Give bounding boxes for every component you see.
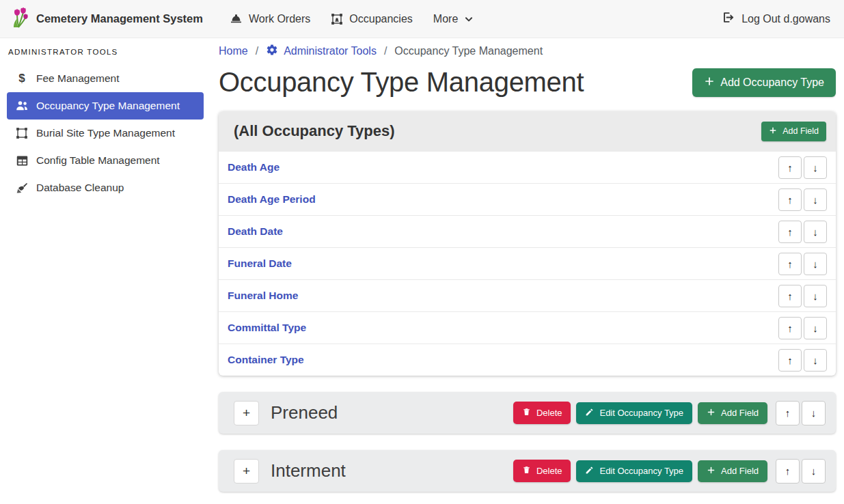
sidebar-item-database-cleanup[interactable]: Database Cleanup [7, 174, 204, 201]
move-up-button[interactable]: ↑ [778, 349, 802, 372]
sidebar-item-fee-management[interactable]: $ Fee Management [7, 65, 204, 92]
title-row: Occupancy Type Management Add Occupancy … [219, 67, 836, 98]
field-link[interactable]: Death Age [228, 161, 280, 173]
edit-occupancy-type-button[interactable]: Edit Occupancy Type [576, 402, 692, 424]
delete-button[interactable]: Delete [513, 402, 571, 424]
edit-occupancy-type-label: Edit Occupancy Type [599, 466, 683, 476]
table-icon [14, 155, 30, 167]
move-down-button[interactable]: ↓ [804, 253, 827, 275]
field-link[interactable]: Container Type [228, 354, 304, 366]
all-occupancy-types-card: (All Occupancy Types) Add Field Death Ag… [219, 111, 836, 376]
arrow-down-icon: ↓ [813, 194, 818, 206]
sidebar-item-config-table-management[interactable]: Config Table Management [7, 147, 204, 174]
hard-hat-icon [230, 12, 243, 25]
move-up-button[interactable]: ↑ [778, 253, 802, 275]
reorder-controls: ↑ ↓ [778, 253, 827, 275]
field-row: Committal Type ↑ ↓ [219, 311, 836, 344]
reorder-controls: ↑ ↓ [776, 401, 826, 425]
arrow-down-icon: ↓ [813, 258, 818, 270]
tulip-logo-icon [11, 8, 29, 31]
trash-icon [522, 465, 531, 477]
sidebar: ADMINISTRATOR TOOLS $ Fee Management Occ… [0, 38, 212, 504]
sidebar-item-label: Fee Management [36, 72, 120, 85]
add-field-label: Add Field [721, 466, 759, 476]
arrow-up-icon: ↑ [785, 465, 791, 477]
move-up-button[interactable]: ↑ [778, 285, 802, 307]
plus-icon [707, 466, 716, 477]
edit-occupancy-type-label: Edit Occupancy Type [599, 408, 683, 418]
add-field-button[interactable]: Add Field [761, 122, 826, 141]
delete-button[interactable]: Delete [513, 460, 571, 482]
add-field-button[interactable]: Add Field [698, 460, 767, 482]
field-link[interactable]: Committal Type [228, 322, 306, 334]
nav-work-orders[interactable]: Work Orders [219, 7, 321, 31]
sign-out-icon [722, 11, 735, 27]
pencil-icon [585, 408, 594, 419]
expand-button[interactable]: + [234, 459, 259, 484]
move-down-button[interactable]: ↓ [802, 459, 826, 484]
move-up-button[interactable]: ↑ [778, 156, 802, 179]
reorder-controls: ↑ ↓ [778, 188, 827, 211]
sidebar-item-label: Config Table Management [36, 154, 160, 167]
app-brand[interactable]: Cemetery Management System [11, 8, 203, 31]
card-title: (All Occupancy Types) [234, 122, 395, 140]
add-occupancy-type-button[interactable]: Add Occupancy Type [692, 68, 836, 97]
expand-button[interactable]: + [234, 401, 259, 425]
move-up-button[interactable]: ↑ [776, 459, 800, 484]
sidebar-item-burial-site-type-management[interactable]: Burial Site Type Management [7, 120, 204, 147]
breadcrumb-separator: / [384, 45, 387, 57]
vector-square-icon [14, 127, 30, 139]
nav-label: Occupancies [349, 13, 413, 25]
move-up-button[interactable]: ↑ [778, 188, 802, 211]
field-row: Death Age Period ↑ ↓ [219, 183, 836, 215]
delete-label: Delete [536, 466, 562, 476]
chevron-down-icon [464, 14, 474, 24]
add-field-button[interactable]: Add Field [698, 402, 767, 424]
move-down-button[interactable]: ↓ [804, 285, 827, 307]
reorder-controls: ↑ ↓ [778, 317, 827, 339]
navbar-menu: Work Orders Occupancies More [219, 7, 484, 31]
arrow-down-icon: ↓ [813, 290, 818, 302]
move-up-button[interactable]: ↑ [776, 401, 800, 425]
edit-occupancy-type-button[interactable]: Edit Occupancy Type [576, 460, 692, 482]
field-link[interactable]: Death Date [228, 225, 283, 238]
sidebar-heading: ADMINISTRATOR TOOLS [0, 44, 212, 65]
arrow-up-icon: ↑ [787, 322, 793, 334]
section-title: Preneed [271, 402, 513, 423]
move-down-button[interactable]: ↓ [804, 221, 827, 243]
arrow-down-icon: ↓ [811, 407, 817, 419]
move-down-button[interactable]: ↓ [804, 349, 827, 372]
nav-label: More [433, 13, 458, 25]
move-down-button[interactable]: ↓ [804, 317, 827, 339]
add-field-label: Add Field [782, 126, 819, 136]
logout-link[interactable]: Log Out d.gowans [722, 11, 833, 27]
move-down-button[interactable]: ↓ [804, 188, 827, 211]
sidebar-item-label: Occupancy Type Management [36, 100, 180, 112]
plus-icon [704, 76, 715, 89]
arrow-down-icon: ↓ [813, 226, 818, 238]
section-actions: Delete Edit Occupancy Type Add Field ↑ ↓ [513, 401, 826, 425]
delete-label: Delete [536, 408, 562, 418]
reorder-controls: ↑ ↓ [778, 349, 827, 372]
section-actions: Delete Edit Occupancy Type Add Field ↑ ↓ [513, 459, 826, 484]
move-up-button[interactable]: ↑ [778, 221, 802, 243]
sidebar-item-occupancy-type-management[interactable]: Occupancy Type Management [7, 92, 204, 120]
nav-occupancies[interactable]: Occupancies [321, 8, 423, 31]
field-row: Container Type ↑ ↓ [219, 344, 836, 376]
breadcrumb-admin-tools[interactable]: Administrator Tools [266, 44, 377, 59]
field-link[interactable]: Funeral Date [228, 257, 292, 270]
nav-more[interactable]: More [423, 8, 484, 31]
arrow-up-icon: ↑ [787, 290, 793, 302]
move-up-button[interactable]: ↑ [778, 317, 802, 339]
sidebar-item-label: Database Cleanup [36, 182, 124, 194]
pencil-icon [585, 466, 594, 477]
field-link[interactable]: Death Age Period [228, 193, 316, 206]
move-down-button[interactable]: ↓ [802, 401, 826, 425]
field-link[interactable]: Funeral Home [228, 290, 298, 302]
move-down-button[interactable]: ↓ [804, 156, 827, 179]
sidebar-item-label: Burial Site Type Management [36, 127, 175, 139]
gear-icon [266, 44, 278, 59]
dollar-icon: $ [14, 72, 30, 85]
breadcrumb-home[interactable]: Home [219, 45, 248, 57]
broom-icon [14, 182, 30, 195]
